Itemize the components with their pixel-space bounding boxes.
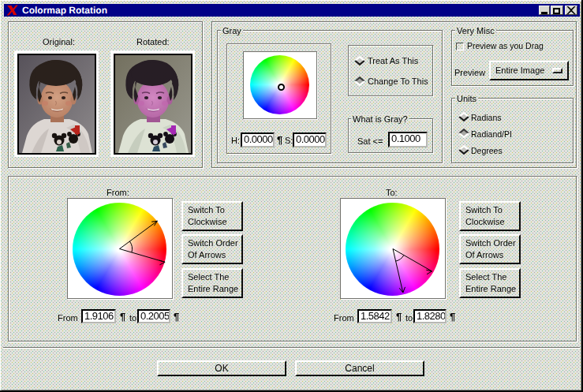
svg-text:Colormap Rotation: Colormap Rotation (22, 5, 107, 16)
